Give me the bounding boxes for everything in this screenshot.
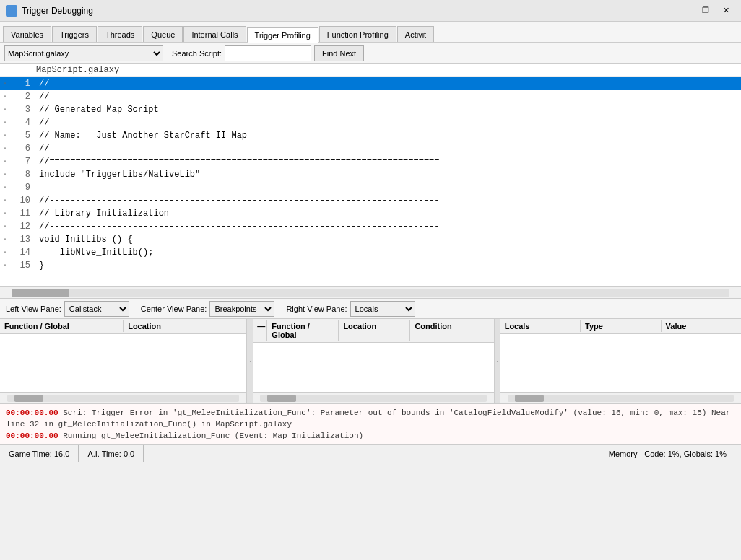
center-panel-header: — Function / Global Location Condition (253, 319, 493, 343)
code-line[interactable]: ·6// (0, 142, 741, 155)
center-pane-label: Center View Pane: (141, 305, 207, 313)
line-content: // (36, 116, 49, 129)
line-dot: · (0, 142, 10, 155)
active-script-select[interactable]: MapScript.galaxy (4, 45, 163, 61)
tab-bar: Variables Triggers Threads Queue Interna… (0, 22, 741, 43)
line-content: // (36, 90, 49, 103)
line-number: 10 (10, 194, 36, 207)
bottom-panels: Function / Global Location · — Function … (0, 319, 741, 404)
toolbar: MapScript.galaxy Search Script: Find Nex… (0, 43, 741, 64)
code-line[interactable]: ·14 libNtve_InitLib(); (0, 246, 741, 259)
right-panel-inner: Locals Type Value (500, 319, 741, 403)
right-hscroll-thumb[interactable] (515, 395, 544, 402)
code-line[interactable]: ·2// (0, 90, 741, 103)
minimize-button[interactable]: — (676, 4, 695, 18)
right-hscroll-track (508, 395, 734, 402)
center-col-function: Function / Global (267, 320, 339, 341)
line-content: // (36, 142, 49, 155)
code-line[interactable]: ·12//-----------------------------------… (0, 220, 741, 233)
right-panel-content[interactable] (500, 334, 741, 392)
line-number: 7 (10, 155, 36, 168)
left-pane-select[interactable]: Callstack Locals Breakpoints (64, 301, 129, 317)
memory-status: Memory - Code: 1%, Globals: 1% (144, 445, 735, 462)
code-line[interactable]: ·10//-----------------------------------… (0, 194, 741, 207)
hscroll-thumb[interactable] (12, 289, 69, 297)
tab-threads[interactable]: Threads (98, 26, 142, 42)
tab-function-profiling[interactable]: Function Profiling (319, 26, 396, 42)
line-dot: · (0, 103, 10, 116)
title-bar: Trigger Debugging — ❐ ✕ (0, 0, 741, 22)
center-panel-content[interactable] (253, 343, 493, 392)
line-dot: · (0, 129, 10, 142)
game-time-status: Game Time: 16.0 (6, 445, 79, 462)
line-content: libNtve_InitLib(); (36, 246, 153, 259)
line-content: void InitLibs () { (36, 233, 133, 246)
right-pane-selector: Right View Pane: Locals Callstack Breakp… (286, 301, 415, 317)
code-line[interactable]: ·13void InitLibs () { (0, 233, 741, 246)
line-number: 2 (10, 90, 36, 103)
tab-trigger-profiling[interactable]: Trigger Profiling (247, 27, 318, 43)
code-line[interactable]: ·15} (0, 259, 741, 272)
code-area[interactable]: MapScript.galaxy ·1//===================… (0, 64, 741, 287)
line-dot: · (0, 233, 10, 246)
center-pane-selector: Center View Pane: Breakpoints Callstack … (141, 301, 275, 317)
code-line[interactable]: ·1//====================================… (0, 77, 741, 90)
center-hscroll-thumb[interactable] (267, 395, 296, 402)
line-number: 12 (10, 220, 36, 233)
tab-variables[interactable]: Variables (3, 26, 51, 42)
tab-internal-calls[interactable]: Internal Calls (183, 26, 246, 42)
line-dot: · (0, 90, 10, 103)
code-lines: ·1//====================================… (0, 77, 741, 272)
restore-button[interactable]: ❐ (696, 4, 715, 18)
right-panel: · Locals Type Value (495, 319, 741, 403)
code-line[interactable]: ·9 (0, 181, 741, 194)
search-input[interactable] (225, 45, 311, 61)
close-button[interactable]: ✕ (716, 4, 735, 18)
status-bar: Game Time: 16.0 A.I. Time: 0.0 Memory - … (0, 445, 741, 462)
log-timestamp: 00:00:00.00 (6, 432, 58, 440)
window-title: Trigger Debugging (22, 6, 676, 16)
line-number: 3 (10, 103, 36, 116)
search-label: Search Script: (172, 49, 222, 58)
line-dot: · (0, 77, 10, 90)
code-hscroll[interactable] (0, 287, 741, 299)
tab-queue[interactable]: Queue (143, 26, 183, 42)
line-content: //======================================… (36, 77, 440, 90)
left-pane-selector: Left View Pane: Callstack Locals Breakpo… (6, 301, 129, 317)
center-panel-hscroll[interactable] (253, 392, 493, 403)
line-number: 15 (10, 259, 36, 272)
right-panel-hscroll[interactable] (500, 392, 741, 403)
line-number: 9 (10, 181, 36, 194)
left-panel-content[interactable] (0, 334, 246, 392)
code-line[interactable]: ·8include "TriggerLibs/NativeLib" (0, 168, 741, 181)
code-line[interactable]: ·5// Name: Just Another StarCraft II Map (0, 129, 741, 142)
log-message: Scri: Trigger Error in 'gt_MeleeInitiali… (6, 408, 730, 429)
line-content: // Library Initialization (36, 207, 169, 220)
code-filename: MapScript.galaxy (0, 64, 741, 77)
right-pane-select[interactable]: Locals Callstack Breakpoints (350, 301, 415, 317)
left-hscroll-thumb[interactable] (14, 395, 43, 402)
code-line[interactable]: ·11// Library Initialization (0, 207, 741, 220)
line-dot: · (0, 116, 10, 129)
log-message: Running gt_MeleeInitialization_Func (Eve… (58, 432, 363, 440)
right-pane-label: Right View Pane: (286, 305, 347, 313)
center-col-condition: Condition (410, 320, 493, 341)
center-panel-resize[interactable]: · (247, 319, 253, 403)
tab-activity[interactable]: Activit (397, 26, 434, 42)
tab-triggers[interactable]: Triggers (52, 26, 97, 42)
left-panel-hscroll[interactable] (0, 392, 246, 403)
code-line[interactable]: ·3// Generated Map Script (0, 103, 741, 116)
log-line: 00:00:00.00 Scri: Trigger Error in 'gt_M… (6, 407, 735, 430)
log-line: 00:00:00.00 Running gt_MeleeInitializati… (6, 430, 735, 442)
code-line[interactable]: ·4// (0, 116, 741, 129)
center-pane-select[interactable]: Breakpoints Callstack Locals (209, 301, 274, 317)
left-col-function: Function / Global (0, 320, 124, 332)
right-col-type: Type (581, 320, 661, 332)
line-content: // Generated Map Script (36, 103, 159, 116)
right-panel-resize[interactable]: · (495, 319, 500, 403)
left-panel: Function / Global Location (0, 319, 247, 403)
log-timestamp: 00:00:00.00 (6, 408, 58, 417)
line-number: 14 (10, 246, 36, 259)
find-next-button[interactable]: Find Next (314, 45, 364, 61)
code-line[interactable]: ·7//====================================… (0, 155, 741, 168)
